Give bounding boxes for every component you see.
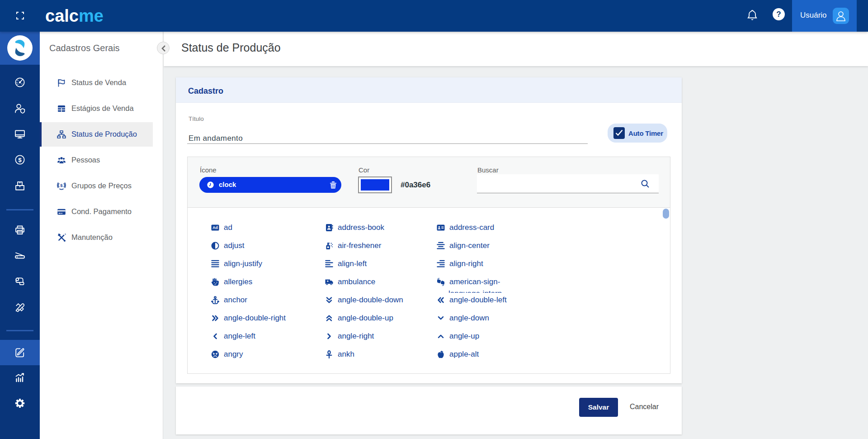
svg-text:Ad: Ad [212, 225, 217, 230]
svg-text:$: $ [18, 157, 22, 163]
svg-text:$: $ [60, 183, 63, 188]
